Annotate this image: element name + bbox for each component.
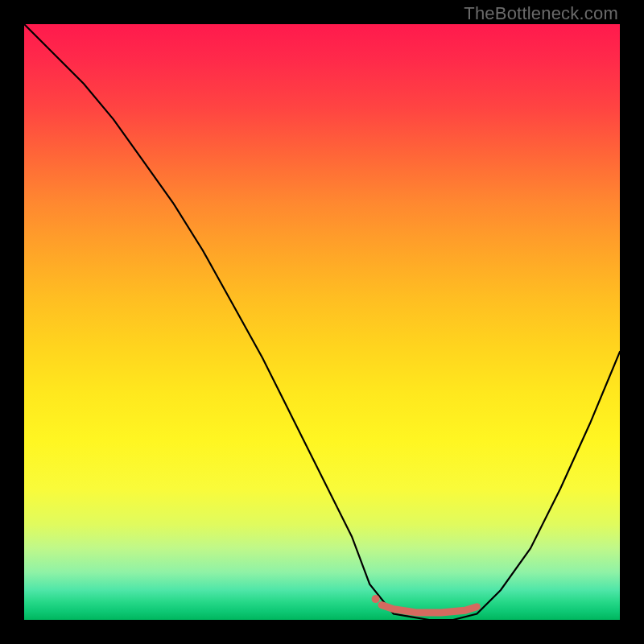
marker-dot xyxy=(372,595,380,603)
plot-area xyxy=(24,24,620,620)
watermark-text: TheBottleneck.com xyxy=(464,3,618,24)
curve-svg xyxy=(24,24,620,620)
chart-frame: TheBottleneck.com xyxy=(0,0,644,644)
marker-band-path xyxy=(382,605,477,613)
bottleneck-curve-path xyxy=(24,24,620,620)
